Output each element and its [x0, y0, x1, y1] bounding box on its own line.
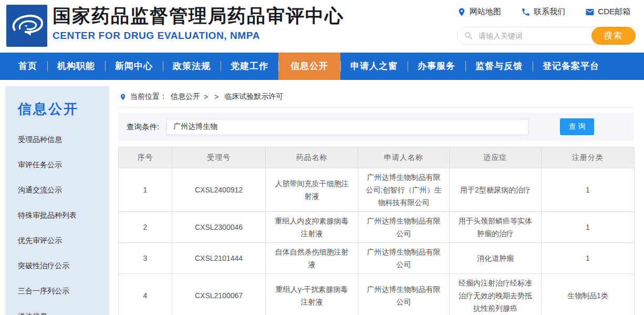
cell-indication: 消化道肿瘤 [450, 243, 542, 274]
cell-registration-category: 1 [542, 168, 635, 212]
sidebar-item[interactable]: 突破性治疗公示 [18, 253, 109, 278]
breadcrumb-separator: > > [204, 93, 221, 101]
query-condition-label: 查询条件: [127, 122, 159, 132]
cell-drug-name: 重组人γ-干扰素腺病毒注射液 [266, 274, 358, 315]
main-nav: 首页 机构职能 新闻中心 政策法规 党建工作 信息公开 申请人之窗 办事服务 监… [0, 53, 644, 80]
cell-serial-number: 3 [119, 243, 172, 274]
cell-applicant-name: 广州达博生物制品有限公司 [358, 212, 450, 243]
table-header-cell: 受理号 [172, 147, 266, 168]
sidebar-info-disclosure: 信息公开 受理品种信息 审评任务公示 沟通交流公示 特殊审批品种列表 优先审评公… [5, 86, 109, 315]
cell-drug-name: 重组人内皮抑素腺病毒注射液 [266, 212, 358, 243]
cell-indication: 用于2型糖尿病的治疗 [450, 168, 542, 212]
nav-item[interactable]: 机构职能 [47, 53, 105, 80]
query-condition-input[interactable] [167, 119, 529, 135]
cde-mail-link[interactable]: CDE邮箱 [585, 7, 630, 17]
results-table-body: 1 CXSL2400912 人脐带间充质干细胞注射液 广州达博生物制品有限公司;… [119, 168, 635, 315]
cell-applicant-name: 广州达博生物制品有限公司 [358, 274, 450, 315]
nav-item[interactable]: 申请人之窗 [340, 53, 408, 80]
nav-item[interactable]: 政策法规 [163, 53, 221, 80]
sidebar-item[interactable]: 受理品种信息 [18, 127, 109, 152]
cell-acceptance-number: CXSL2101444 [172, 243, 266, 274]
sidebar-item[interactable]: 特殊审批品种列表 [18, 202, 109, 228]
table-header-row: 序号 受理号 药品名称 申请人名称 适应症 注册分类 [119, 147, 635, 168]
cell-drug-name: 自体自然杀伤细胞注射液 [266, 243, 358, 274]
query-button[interactable]: 查 询 [560, 118, 594, 135]
nav-item[interactable]: 首页 [8, 53, 47, 80]
query-panel: 查询条件: 查 询 [118, 113, 634, 141]
breadcrumb-section[interactable]: 信息公开 [171, 92, 200, 101]
breadcrumb: 当前位置： 信息公开 > > 临床试验默示许可 [118, 86, 634, 108]
nav-item[interactable]: 新闻中心 [105, 53, 163, 80]
cell-drug-name: 人脐带间充质干细胞注射液 [266, 168, 358, 212]
results-table: 序号 受理号 药品名称 申请人名称 适应症 注册分类 [118, 147, 635, 315]
sitemap-link[interactable]: 网站地图 [457, 7, 501, 17]
table-header-cell: 申请人名称 [358, 147, 450, 168]
site-title-chinese: 国家药品监督管理局药品审评中心 [53, 4, 344, 27]
sidebar-item[interactable]: 沟通交流公示 [18, 177, 109, 202]
nav-item[interactable]: 监督与反馈 [465, 53, 533, 80]
table-header-cell: 注册分类 [542, 147, 635, 168]
cell-acceptance-number: CXSL2100067 [172, 274, 266, 315]
nav-item[interactable]: 党建工作 [221, 53, 278, 80]
cde-mail-link-label: CDE邮箱 [598, 7, 630, 17]
location-pin-icon [457, 7, 466, 17]
cell-applicant-name: 广州达博生物制品有限公司;创智行（广州）生物科技有限公司 [358, 168, 450, 212]
sidebar-menu: 受理品种信息 审评任务公示 沟通交流公示 特殊审批品种列表 优先审评公示 突破性… [18, 127, 109, 315]
contact-us-link[interactable]: 联系我们 [521, 7, 565, 17]
cell-serial-number: 2 [119, 212, 172, 243]
search-icon [464, 31, 474, 41]
table-row: 1 CXSL2400912 人脐带间充质干细胞注射液 广州达博生物制品有限公司;… [119, 168, 635, 212]
cell-registration-category: 1 [542, 212, 635, 243]
cde-logo[interactable] [6, 5, 47, 47]
site-title-english: CENTER FOR DRUG EVALUATION, NMPA [53, 30, 344, 42]
location-pin-icon [119, 93, 127, 101]
phone-icon [521, 7, 531, 17]
sidebar-item[interactable]: 三合一序列公示 [18, 278, 109, 303]
page: 国家药品监督管理局药品审评中心 CENTER FOR DRUG EVALUATI… [0, 0, 644, 315]
table-header-cell: 药品名称 [266, 147, 358, 168]
results-table-head: 序号 受理号 药品名称 申请人名称 适应症 注册分类 [119, 147, 635, 168]
cell-serial-number: 1 [119, 168, 172, 212]
sidebar-item[interactable]: 送达信息 [18, 303, 109, 315]
cell-serial-number: 4 [119, 274, 172, 315]
table-row: 4 CXSL2100067 重组人γ-干扰素腺病毒注射液 广州达博生物制品有限公… [119, 274, 635, 315]
breadcrumb-prefix: 当前位置： [130, 92, 167, 101]
contact-us-link-label: 联系我们 [534, 7, 565, 17]
cell-applicant-name: 广州达博生物制品有限公司 [358, 243, 450, 274]
cde-logo-icon [6, 5, 47, 47]
sidebar-item[interactable]: 优先审评公示 [18, 228, 109, 253]
cell-acceptance-number: CXSL2300046 [172, 212, 266, 243]
header-right: 网站地图 联系我们 CDE邮箱 搜索 [457, 7, 630, 45]
site-titles: 国家药品监督管理局药品审评中心 CENTER FOR DRUG EVALUATI… [53, 4, 344, 42]
site-header: 国家药品监督管理局药品审评中心 CENTER FOR DRUG EVALUATI… [0, 0, 644, 53]
nav-item[interactable]: 登记备案平台 [533, 53, 609, 80]
cell-indication: 用于头颈部鳞癌等实体肿瘤的治疗 [450, 212, 542, 243]
sitemap-link-label: 网站地图 [470, 7, 501, 17]
cell-acceptance-number: CXSL2400912 [172, 168, 266, 212]
site-search-bar: 搜索 [457, 27, 636, 45]
cell-registration-category: 1 [542, 243, 635, 274]
cell-indication: 经瘤内注射治疗经标准治疗无效的晚期去势抵抗性前列腺癌 [450, 274, 542, 315]
sidebar-title: 信息公开 [18, 100, 109, 118]
table-row: 3 CXSL2101444 自体自然杀伤细胞注射液 广州达博生物制品有限公司 消… [119, 243, 635, 274]
site-search-button[interactable]: 搜索 [591, 27, 636, 45]
nav-item[interactable]: 信息公开 [278, 53, 340, 80]
cell-registration-category: 生物制品1类 [542, 274, 635, 315]
site-search-input[interactable] [477, 27, 588, 44]
table-header-cell: 序号 [119, 147, 172, 168]
main-content: 当前位置： 信息公开 > > 临床试验默示许可 查询条件: 查 询 序号 受理号 [118, 86, 634, 315]
sidebar-item[interactable]: 审评任务公示 [18, 152, 109, 177]
breadcrumb-current[interactable]: 临床试验默示许可 [224, 92, 283, 101]
mail-icon [585, 7, 595, 17]
table-row: 2 CXSL2300046 重组人内皮抑素腺病毒注射液 广州达博生物制品有限公司… [119, 212, 635, 243]
quick-links: 网站地图 联系我们 CDE邮箱 [457, 7, 630, 17]
nav-item[interactable]: 办事服务 [408, 53, 465, 80]
main-nav-list: 首页 机构职能 新闻中心 政策法规 党建工作 信息公开 申请人之窗 办事服务 监… [0, 53, 644, 80]
table-header-cell: 适应症 [450, 147, 542, 168]
